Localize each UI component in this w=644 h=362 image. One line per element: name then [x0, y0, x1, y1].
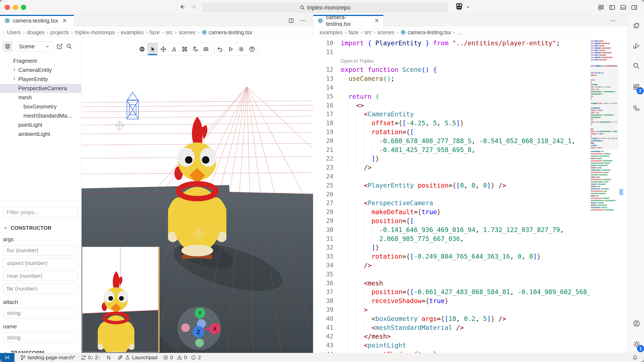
tree-item-meshstandardma[interactable]: meshStandardMa...: [0, 111, 82, 120]
tree-item-cameraentity[interactable]: CameraEntity: [0, 65, 82, 75]
tab-close-icon[interactable]: ✕: [62, 17, 67, 24]
run-debug-icon[interactable]: [632, 42, 640, 50]
line-number: 28: [313, 207, 333, 216]
line-number: 26: [313, 190, 333, 199]
toggle-left-panel-button[interactable]: [609, 4, 616, 11]
back-button[interactable]: [179, 4, 185, 10]
window-close-button[interactable]: [5, 5, 10, 10]
explorer-icon[interactable]: [632, 22, 640, 29]
tree-item-boxgeometry[interactable]: boxGeometry: [0, 102, 82, 111]
tab-camera-testing-left[interactable]: camera-testing.tsx ✕: [0, 15, 74, 26]
notifications-bell-icon[interactable]: [632, 354, 638, 360]
tree-item-mesh[interactable]: mesh: [0, 93, 82, 102]
filter-props-input[interactable]: Filter props...: [3, 207, 78, 217]
layers-button[interactable]: [2, 41, 13, 51]
breadcrumb-item[interactable]: triplex-monorepo: [75, 29, 115, 35]
props-panel: Filter props... CONSTRUCTORargsfov (numb…: [0, 200, 82, 353]
codelens-open-in-triplex[interactable]: Open in Triplex: [341, 57, 374, 65]
breadcrumb[interactable]: Users›douges›projects›triplex-monorepo›e…: [0, 26, 313, 38]
breadcrumb-item[interactable]: faze: [150, 29, 160, 35]
tree-item-fragment[interactable]: Fragment: [0, 56, 82, 65]
line-number: 33: [313, 252, 333, 261]
split-editor-icon[interactable]: [288, 17, 294, 24]
breadcrumb[interactable]: examples›faze›src›scenes›camera-testing.…: [313, 26, 590, 38]
breadcrumb-item[interactable]: scenes: [179, 29, 196, 35]
tree-item-pointlight[interactable]: pointLight: [0, 120, 82, 130]
breadcrumb-item[interactable]: src: [364, 29, 372, 35]
settings-button[interactable]: [236, 43, 246, 55]
code-line: 35: [313, 270, 590, 279]
git-branch-item[interactable]: landing-page-march*: [20, 355, 75, 361]
window-zoom-button[interactable]: [21, 5, 26, 10]
grid-toggle-button[interactable]: [200, 43, 211, 55]
sync-item[interactable]: 0↓ 2↑: [81, 355, 100, 361]
forward-button[interactable]: [191, 4, 197, 10]
prop-input-args[interactable]: fov (number): [3, 245, 78, 255]
breadcrumb-item[interactable]: examples: [320, 29, 342, 35]
launchpad-item[interactable]: Launchpad: [117, 355, 158, 361]
scene-selector-dropdown[interactable]: Scene: [16, 41, 53, 51]
breadcrumb-item[interactable]: douges: [27, 29, 44, 35]
prop-input-args[interactable]: aspect (number): [3, 258, 78, 268]
code-editor[interactable]: 10import { PlayerEntity } from "../entit…: [313, 38, 590, 353]
breadcrumb-item[interactable]: Users: [7, 29, 21, 35]
code-line: 33 rotation={[-0.249_804_765_644_363_16,…: [313, 252, 590, 261]
prop-input-name[interactable]: string: [3, 333, 78, 343]
help-button[interactable]: [246, 43, 257, 55]
code-line: 17 <CameraEntity: [313, 110, 590, 119]
more-actions-icon[interactable]: [610, 17, 616, 24]
search-scene-icon[interactable]: [66, 43, 72, 50]
breadcrumb-file[interactable]: camera-testing.tsx: [202, 29, 252, 35]
line-number: 22: [313, 154, 333, 163]
code-line: 38 receiveShadow={true}: [313, 297, 590, 305]
rotate-tool-button[interactable]: [169, 43, 179, 55]
prop-input-args[interactable]: near (number): [3, 271, 78, 281]
tab-close-icon[interactable]: ✕: [374, 17, 379, 24]
scale-tool-button[interactable]: [179, 43, 190, 55]
breadcrumb-item[interactable]: scenes: [378, 29, 394, 35]
new-file-icon[interactable]: [56, 43, 63, 50]
world-space-button[interactable]: [137, 43, 147, 55]
section-header-constructor[interactable]: CONSTRUCTOR: [3, 225, 82, 231]
tree-item-perspectivecamera[interactable]: PerspectiveCamera: [0, 84, 82, 93]
window-minimize-button[interactable]: [13, 5, 18, 10]
breadcrumb-item[interactable]: projects: [50, 29, 69, 35]
code-line: 40 <boxGeometry args={[10, 0.2, 5]} />: [313, 314, 590, 323]
problems-item[interactable]: 0 0 2: [163, 355, 201, 361]
theme-toggle-button[interactable]: [190, 43, 200, 55]
select-tool-button[interactable]: [147, 43, 158, 55]
customize-layout-button[interactable]: [598, 4, 604, 11]
toggle-right-panel-button[interactable]: [631, 4, 638, 11]
chevron-right-icon[interactable]: [12, 67, 16, 73]
account-icon[interactable]: [632, 320, 640, 328]
toggle-bottom-panel-button[interactable]: [620, 4, 626, 11]
more-actions-icon[interactable]: [300, 17, 306, 24]
viewport-3d[interactable]: Y X Z: [82, 38, 313, 353]
play-button[interactable]: [225, 43, 236, 55]
code-line: 44 castShadow={true}: [313, 350, 590, 353]
breadcrumb-item[interactable]: src: [166, 29, 173, 35]
breadcrumb-file[interactable]: camera-testing.tsx: [400, 29, 451, 35]
remote-indicator[interactable]: [0, 353, 14, 362]
project-search-input[interactable]: triplex-monorepo: [202, 3, 448, 12]
minimap[interactable]: [590, 38, 619, 353]
tune-item[interactable]: [106, 355, 112, 361]
breadcrumb-item[interactable]: examples: [121, 29, 144, 35]
chevron-right-icon[interactable]: [12, 76, 16, 83]
hierarchy-icon[interactable]: [632, 104, 640, 112]
prop-input-attach[interactable]: string: [3, 308, 78, 318]
scrollbar-marker[interactable]: [619, 189, 623, 195]
triplex-robot-menu[interactable]: [455, 2, 470, 11]
axis-gizmo[interactable]: Y X Z: [177, 306, 222, 351]
translate-tool-button[interactable]: [158, 43, 169, 55]
undo-button[interactable]: [215, 43, 225, 55]
breadcrumb-tail[interactable]: ...: [457, 29, 462, 35]
breadcrumb-item[interactable]: faze: [348, 29, 358, 35]
code-line: 32 ]}: [313, 243, 590, 252]
prop-input-args[interactable]: far (number): [3, 284, 78, 294]
tree-item-playerentity[interactable]: PlayerEntity: [0, 75, 82, 84]
tree-item-ambientlight[interactable]: ambientLight: [0, 130, 82, 139]
search-icon[interactable]: [632, 62, 640, 70]
status-bar: landing-page-march* 0↓ 2↑ Launchpad 0 0 …: [0, 353, 644, 362]
tab-camera-testing-right[interactable]: camera-testing.tsx ✕: [313, 15, 384, 26]
